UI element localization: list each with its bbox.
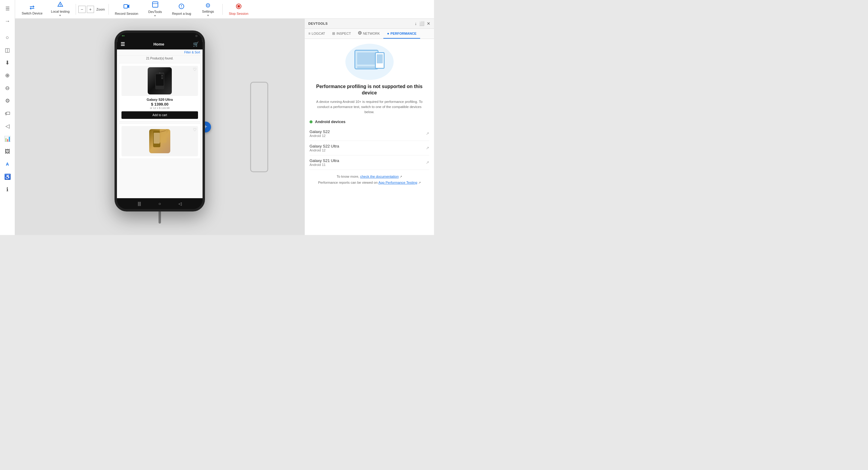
device-list-item-galaxy-s22-ultra[interactable]: Galaxy S22 Ultra Android 12 ↗ bbox=[310, 141, 429, 155]
add-to-cart-button-1[interactable]: Add to cart bbox=[121, 111, 198, 119]
external-link-s22-ultra-icon[interactable]: ↗ bbox=[426, 146, 429, 150]
svg-rect-5 bbox=[153, 2, 158, 7]
device-info-s21-ultra: Galaxy S21 Ultra Android 11 bbox=[310, 158, 339, 167]
app-menu-icon[interactable]: ☰ bbox=[121, 41, 125, 47]
phone-wrapper: + ●● ⊙ ☰ Home 🛒 bbox=[115, 30, 205, 224]
product-card-2: ♡ bbox=[119, 123, 201, 159]
devtools-header-icons: ↓ ⬜ ✕ bbox=[415, 21, 430, 26]
app-title: Home bbox=[153, 42, 164, 47]
accessibility-icon[interactable]: ♿ bbox=[2, 171, 13, 182]
switch-device-button[interactable]: ⇄ Switch Device bbox=[18, 2, 46, 16]
device-shapes bbox=[354, 50, 384, 74]
svg-point-2 bbox=[60, 5, 61, 6]
forward-icon[interactable]: → bbox=[2, 16, 13, 27]
stop-session-button[interactable]: Stop Session bbox=[225, 2, 252, 17]
menu-icon[interactable]: ☰ bbox=[2, 3, 13, 14]
svg-rect-11 bbox=[238, 5, 240, 7]
devtools-download-icon[interactable]: ↓ bbox=[415, 21, 417, 26]
record-session-button[interactable]: Record Session bbox=[111, 2, 142, 17]
zoom-label: Zoom bbox=[95, 7, 106, 11]
svg-rect-15 bbox=[161, 75, 163, 77]
products-count: 21 Product(s) found. bbox=[117, 56, 203, 61]
devtools-resize-icon[interactable]: ⬜ bbox=[419, 21, 424, 26]
chart-icon[interactable]: 📊 bbox=[2, 133, 13, 144]
device-list-item-galaxy-s22[interactable]: Galaxy S22 Android 12 ↗ bbox=[310, 126, 429, 141]
product-image-1 bbox=[148, 67, 172, 94]
device-list-item-galaxy-s21-ultra[interactable]: Galaxy S21 Ultra Android 11 ↗ bbox=[310, 155, 429, 170]
info-icon[interactable]: ℹ bbox=[2, 184, 13, 195]
device-os-s21-ultra: Android 11 bbox=[310, 163, 339, 167]
tab-performance[interactable]: ● PERFORMANCE bbox=[383, 29, 420, 39]
settings-sidebar-icon[interactable]: ⚙ bbox=[2, 95, 13, 106]
wishlist-button-2[interactable]: ♡ bbox=[193, 127, 197, 132]
svg-rect-3 bbox=[124, 4, 127, 8]
main-area: ⇄ Switch Device Local testing ▾ − + Zoom… bbox=[15, 0, 434, 235]
minus-circle-icon[interactable]: ⊖ bbox=[2, 83, 13, 93]
settings-button[interactable]: ⚙ Settings ▾ bbox=[196, 1, 220, 18]
android-status-dot bbox=[310, 120, 313, 123]
switch-device-icon: ⇄ bbox=[30, 4, 35, 11]
crosshair-icon[interactable]: ⊕ bbox=[2, 70, 13, 81]
devtools-close-icon[interactable]: ✕ bbox=[427, 21, 430, 26]
product-image-area-2: ♡ bbox=[121, 126, 198, 156]
network-icon bbox=[358, 31, 362, 36]
tab-inspect[interactable]: ⊞ INSPECT bbox=[329, 29, 354, 39]
performance-not-supported-title: Performance profiling is not supported o… bbox=[310, 84, 429, 96]
device-os-s22: Android 12 bbox=[310, 134, 330, 138]
product-emi-1: or 12 x $ 116.58 bbox=[121, 107, 198, 110]
filter-sort-button[interactable]: Filter & Sort bbox=[117, 50, 203, 56]
device-name-s21-ultra: Galaxy S21 Ultra bbox=[310, 158, 339, 163]
record-session-icon bbox=[123, 3, 130, 11]
zoom-minus-button[interactable]: − bbox=[79, 6, 86, 13]
send-icon[interactable]: ◁ bbox=[2, 121, 13, 131]
tag-icon[interactable]: 🏷 bbox=[2, 108, 13, 119]
phone-screen-small bbox=[377, 54, 383, 63]
performance-illustration bbox=[310, 44, 429, 80]
zoom-plus-button[interactable]: + bbox=[87, 6, 94, 13]
device-name-s22: Galaxy S22 bbox=[310, 129, 330, 134]
left-sidebar: ☰ → ○ ◫ ⬇ ⊕ ⊖ ⚙ 🏷 ◁ 📊 🖼 A ♿ ℹ bbox=[0, 0, 15, 235]
cart-icon[interactable]: 🛒 bbox=[193, 41, 199, 47]
toolbar: ⇄ Switch Device Local testing ▾ − + Zoom… bbox=[15, 0, 434, 19]
wishlist-button-1[interactable]: ♡ bbox=[193, 67, 197, 72]
layers-icon[interactable]: ◫ bbox=[2, 45, 13, 56]
app-performance-testing-link[interactable]: App Performance Testing bbox=[378, 181, 417, 184]
local-testing-button[interactable]: Local testing ▾ bbox=[47, 0, 73, 18]
device-os-s22-ultra: Android 12 bbox=[310, 148, 339, 152]
home-home-button[interactable]: ○ bbox=[158, 201, 161, 206]
tablet-screen bbox=[357, 53, 376, 64]
android-devices-header: Android devices bbox=[310, 119, 429, 124]
phone-home-bar: ||| ○ ◁ bbox=[117, 198, 203, 209]
product-price-1: $ 1399.00 bbox=[121, 102, 198, 107]
report-bug-icon bbox=[178, 3, 185, 11]
devtools-button[interactable]: DevTools ▾ bbox=[143, 0, 167, 19]
image-icon[interactable]: 🖼 bbox=[2, 146, 13, 157]
translate-icon[interactable]: A bbox=[2, 159, 13, 170]
circle-icon[interactable]: ○ bbox=[2, 32, 13, 43]
docs-external-icon: ↗ bbox=[400, 175, 402, 178]
svg-point-14 bbox=[159, 72, 160, 74]
tab-logcat[interactable]: ≡ LOGCAT bbox=[305, 29, 329, 39]
tab-network[interactable]: NETWORK bbox=[354, 29, 383, 39]
devtools-header: DEVTOOLS ↓ ⬜ ✕ bbox=[305, 19, 434, 29]
zoom-control: − + Zoom bbox=[79, 6, 106, 13]
svg-point-9 bbox=[181, 7, 182, 7]
product-image-area-1: ♡ bbox=[121, 66, 198, 96]
app-nav: ☰ Home 🛒 bbox=[117, 39, 203, 50]
download-icon[interactable]: ⬇ bbox=[2, 57, 13, 68]
second-device-outline bbox=[250, 82, 268, 172]
performance-description: A device running Android 10+ is required… bbox=[310, 99, 429, 115]
external-link-s21-ultra-icon[interactable]: ↗ bbox=[426, 160, 429, 165]
home-back-button[interactable]: ||| bbox=[138, 201, 141, 206]
home-recent-button[interactable]: ◁ bbox=[179, 201, 182, 206]
reports-external-icon: ↗ bbox=[418, 181, 421, 184]
check-documentation-link[interactable]: check the documentation bbox=[360, 175, 399, 178]
report-bug-button[interactable]: Report a bug bbox=[168, 2, 195, 17]
status-indicators: ●● bbox=[122, 34, 125, 37]
device-name-s22-ultra: Galaxy S22 Ultra bbox=[310, 144, 339, 148]
app-content: Filter & Sort 21 Product(s) found. bbox=[117, 50, 203, 198]
external-link-s22-icon[interactable]: ↗ bbox=[426, 131, 429, 136]
devtools-dropdown-arrow: ▾ bbox=[154, 14, 156, 17]
svg-rect-18 bbox=[154, 133, 160, 144]
local-testing-icon bbox=[57, 1, 63, 9]
